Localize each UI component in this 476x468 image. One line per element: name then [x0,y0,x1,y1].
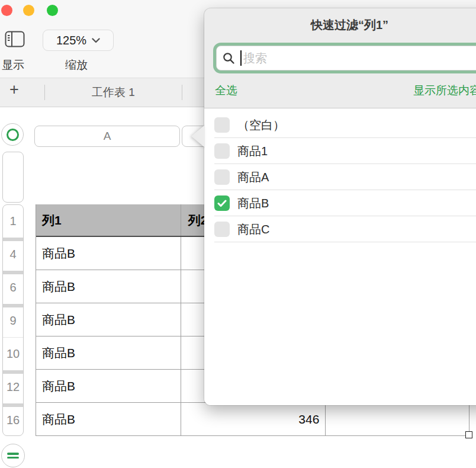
zoom-level-button[interactable]: 125% [43,30,114,51]
filter-item-product-b[interactable]: 商品B [204,190,476,216]
list-separator [214,242,476,242]
checkbox[interactable] [214,195,230,211]
equals-icon [7,453,19,455]
row-number[interactable]: 16 [3,403,23,436]
row-gutter-spacer [2,152,24,203]
checkbox[interactable] [214,143,230,159]
popover-title: 快速过滤“列1” [204,17,476,33]
row-number[interactable]: 1 [3,205,23,238]
column-header-a[interactable]: A [34,126,180,147]
header-cell-col1[interactable]: 列1 [36,204,181,236]
checkmark-icon [217,200,227,207]
popover-arrow [191,125,205,148]
hidden-rows-band [3,403,23,407]
cell-col1[interactable]: 商品B [36,403,181,435]
filter-item-label: （空白） [237,117,285,133]
table-row: 商品B 346 [36,403,469,436]
hidden-rows-band [3,370,23,374]
row-number[interactable]: 10 [3,337,23,370]
search-icon [223,52,235,65]
filter-item-label: 商品A [237,169,269,185]
filter-value-list: （空白） 商品1 商品A 商品B [204,108,476,405]
filter-item-blank[interactable]: （空白） [204,112,476,138]
row-number[interactable]: 12 [3,370,23,403]
cell-col2[interactable]: 346 [181,403,326,435]
add-sheet-button[interactable]: + [9,81,19,99]
filter-item-product-c[interactable]: 商品C [204,216,476,242]
table-resize-handle[interactable] [465,431,472,438]
checkbox[interactable] [214,169,230,185]
equals-icon [7,457,19,459]
cell-col1[interactable]: 商品B [36,303,181,336]
cell-col1[interactable]: 商品B [36,270,181,303]
row-number-gutter: 1 4 6 9 10 12 16 [2,204,24,436]
hidden-rows-band [3,271,23,274]
hidden-rows-band [3,304,23,307]
column-header-a-label: A [104,130,111,143]
cell-col3[interactable] [326,403,469,435]
table-select-handle[interactable] [1,123,24,146]
select-all-link[interactable]: 全选 [215,83,237,98]
zoom-label: 缩放 [65,57,88,73]
filter-item-product-1[interactable]: 商品1 [204,138,476,164]
cell-col1[interactable]: 商品B [36,370,181,402]
sidebar-icon [5,31,25,47]
search-placeholder: 搜索 [243,50,267,66]
search-field-focus-ring: 搜索 [213,43,476,73]
text-cursor [240,50,242,66]
fullscreen-window-button[interactable] [47,5,58,16]
cell-col1[interactable]: 商品B [36,237,181,270]
hidden-rows-band [3,238,23,241]
zoom-level-value: 125% [56,34,86,47]
filter-item-label: 商品B [237,195,269,211]
hidden-rows-band [3,337,23,338]
close-window-button[interactable] [1,5,12,16]
checkbox[interactable] [214,117,230,133]
search-input[interactable]: 搜索 [216,46,476,70]
add-rows-handle[interactable] [1,444,25,467]
row-number[interactable]: 6 [3,271,23,304]
row-number[interactable]: 4 [3,238,23,271]
cell-col1[interactable]: 商品B [36,336,181,369]
checkbox[interactable] [214,222,230,237]
chevron-down-icon [92,38,100,43]
filter-item-product-a[interactable]: 商品A [204,164,476,190]
filter-item-label: 商品C [237,222,269,238]
view-label: 显示 [2,57,24,73]
quick-filter-popover: 快速过滤“列1” 搜索 全选 显示所选内容 （空白） 商品1 [204,8,476,405]
table-select-ring-icon [7,129,19,141]
minimize-window-button[interactable] [23,5,34,16]
tab-divider [182,85,182,100]
filter-item-label: 商品1 [237,143,268,159]
row-number[interactable]: 9 [3,304,23,337]
show-selected-link[interactable]: 显示所选内容 [413,83,476,98]
tab-sheet-1[interactable]: 工作表 1 [45,78,182,107]
view-sidebar-button[interactable] [5,31,25,50]
